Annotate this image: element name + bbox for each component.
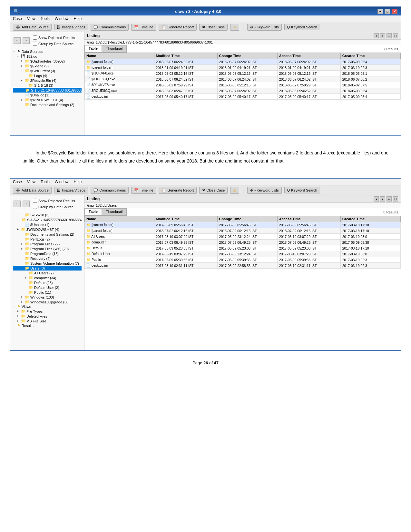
table-row[interactable]: 📄 $ROUE8GQ.exe 2018-05-03 05:47:05 IST 2…: [85, 88, 401, 94]
table-row[interactable]: 📁 Default User 2017-03-19 03:07:29 IST 2…: [85, 251, 401, 257]
close-case-btn-2[interactable]: ✖ Close Case: [199, 187, 228, 194]
tree-item[interactable]: 📄 $Unalloc (1): [13, 222, 82, 227]
maximize-btn-1[interactable]: □: [385, 9, 390, 14]
nav-down-btn-1[interactable]: ⌄: [387, 33, 392, 38]
close-case-btn-1[interactable]: ✖ Close Case: [199, 24, 228, 31]
tree-item[interactable]: − 🗄 Results: [13, 323, 82, 328]
tree-item[interactable]: 📁 All Users (2): [13, 271, 82, 275]
forward-btn-2[interactable]: →: [23, 201, 30, 207]
menu-tools-2[interactable]: Tools: [41, 180, 50, 184]
show-rejected-checkbox-1[interactable]: [33, 35, 37, 40]
group-by-source-checkbox-1[interactable]: [33, 42, 37, 46]
table-row[interactable]: 📄 desktop.ini 2017-05-09 05:40:17 IST 20…: [85, 94, 401, 100]
timeline-btn-2[interactable]: 📅 Timeline: [131, 187, 156, 194]
tree-item[interactable]: 📁 Documents and Settings (2): [13, 232, 82, 237]
tree-item[interactable]: + 📁 File Types: [13, 309, 82, 314]
tree-item[interactable]: 📁 S-1-5-21-1645777783-601896633-: [13, 217, 82, 222]
tree-item[interactable]: − 🗄 Views: [13, 304, 82, 309]
tree-item[interactable]: 📁 Default (28): [13, 280, 82, 285]
tree-extend-1[interactable]: + 📁 $Extend (9): [13, 64, 82, 68]
generate-report-btn-2[interactable]: 📋 Generate Report: [159, 187, 197, 194]
back-btn-1[interactable]: ←: [14, 37, 21, 44]
tree-item[interactable]: + 📁 Program Files (x86) (20): [13, 246, 82, 251]
communications-btn-2[interactable]: 💬 Communications: [91, 187, 129, 194]
menu-case-1[interactable]: Case: [13, 16, 22, 21]
menu-help-1[interactable]: Help: [74, 16, 82, 21]
menu-help-2[interactable]: Help: [74, 180, 82, 184]
menu-view-2[interactable]: View: [27, 180, 35, 184]
add-data-source-btn-2[interactable]: ➕ Add Data Source: [13, 187, 52, 194]
menu-window-2[interactable]: Window: [55, 180, 69, 184]
table-row[interactable]: 📄 $R1UKVF8.exe 2018-05-02 07:59:29 IST 2…: [85, 82, 401, 88]
close-case-warn-btn-1[interactable]: ⚠: [230, 24, 239, 31]
nav-down-btn-2[interactable]: ⌄: [387, 196, 392, 202]
tree-item[interactable]: + 📁 Windows (100): [13, 295, 82, 300]
table-row[interactable]: 📁 [current folder] 2018-05-07 06:24:02 I…: [85, 59, 401, 65]
tree-orphan-1[interactable]: + 📁 $OrphanFiles (36902): [13, 59, 82, 64]
table-row[interactable]: 📄 $IOUE8GQ.exe 2018-06-07 06:24:02 IST 2…: [85, 76, 401, 82]
nav-prev-btn-2[interactable]: ◂: [374, 196, 379, 202]
keyword-search-btn-1[interactable]: Q Keyword Search: [284, 24, 320, 30]
tab-table-1[interactable]: Table: [84, 45, 102, 52]
show-rejected-checkbox-2[interactable]: [33, 199, 37, 203]
table-row[interactable]: 📁 Public 2017-05-09 05:39:36 IST 2017-05…: [85, 257, 401, 263]
tree-docsettings-1[interactable]: 📁 Documents and Settings (2): [13, 102, 82, 107]
back-btn-2[interactable]: ←: [14, 201, 21, 207]
nav-window-btn-1[interactable]: ▢: [393, 33, 398, 38]
close-case-warn-btn-2[interactable]: ⚠: [230, 187, 239, 194]
table-row[interactable]: 📁 computer 2018-07-03 06:49:25 IST 2018-…: [85, 240, 401, 245]
tree-s15211-1[interactable]: 📁 S-1-5-21-164977783-601896633-: [13, 88, 82, 93]
keyword-lists-btn-2[interactable]: ⊙ • Keyword Lists: [247, 187, 281, 194]
add-data-source-btn-1[interactable]: ➕ Add Data Source: [13, 24, 52, 31]
tree-unalloc-1[interactable]: 📄 $Unalloc (1): [13, 93, 82, 97]
nav-prev-btn-1[interactable]: ◂: [374, 33, 379, 38]
tree-logs-1[interactable]: 📁 Logs (4): [13, 73, 82, 78]
tree-recycle-1[interactable]: − 📁 $Recycle.Bin (4): [13, 78, 82, 83]
tree-getcurrent-1[interactable]: − 📁 $GetCurrent (3): [13, 68, 82, 73]
keyword-search-btn-2[interactable]: Q Keyword Search: [284, 187, 320, 193]
menu-view-1[interactable]: View: [27, 16, 35, 21]
tree-item[interactable]: + 📁 computer (34): [13, 275, 82, 280]
tree-item[interactable]: 📁 Recovery (2): [13, 256, 82, 261]
tree-item[interactable]: + 📁 $WINDOWS.~BT (4): [13, 227, 82, 232]
tree-item[interactable]: + 📁 Windows10Upgrade (38): [13, 300, 82, 304]
table-row[interactable]: 📁 [parent folder] 2018-01-09 04:19:21 IS…: [85, 65, 401, 71]
tab-table-2[interactable]: Table: [84, 208, 102, 215]
tree-item[interactable]: 📁 Public (11): [13, 290, 82, 295]
table-row[interactable]: 📁 All Users 2017-03-19 03:07:29 IST 2017…: [85, 234, 401, 240]
table-row[interactable]: 📁 [parent folder] 2018-07-02 06:12:16 IS…: [85, 228, 401, 234]
tab-thumbnail-1[interactable]: Thumbnail: [102, 45, 127, 52]
tab-thumbnail-2[interactable]: Thumbnail: [102, 208, 127, 215]
menu-window-1[interactable]: Window: [55, 16, 69, 21]
close-btn-1[interactable]: ✕: [392, 9, 397, 14]
communications-btn-1[interactable]: 💬 Communications: [91, 24, 129, 31]
tree-item-182dd-1[interactable]: − 💾 182.dd: [13, 54, 82, 59]
nav-window-btn-2[interactable]: ▢: [393, 196, 398, 202]
generate-report-btn-1[interactable]: 📋 Generate Report: [159, 24, 197, 31]
tree-item[interactable]: + 📁 Program Files (22): [13, 241, 82, 246]
tree-s1518-1[interactable]: 📁 S-1-5-18 (3): [13, 83, 82, 88]
table-row[interactable]: 📁 [current folder] 2017-05-09 05:56:45 I…: [85, 222, 401, 228]
table-row[interactable]: 📄 $I1UKVF8.exe 2018-05-03 05:12:16 IST 2…: [85, 71, 401, 76]
menu-tools-1[interactable]: Tools: [41, 16, 50, 21]
tree-item[interactable]: + 📁 Deleted Files: [13, 314, 82, 319]
forward-btn-1[interactable]: →: [23, 37, 30, 44]
tree-item[interactable]: 📁 ProgramData (15): [13, 251, 82, 256]
group-by-source-checkbox-2[interactable]: [33, 205, 37, 209]
timeline-btn-1[interactable]: 📅 Timeline: [131, 24, 156, 31]
images-videos-btn-2[interactable]: 🖼 Images/Videos: [54, 187, 88, 193]
keyword-lists-btn-1[interactable]: ⊙ • Keyword Lists: [247, 24, 281, 31]
minimize-btn-1[interactable]: −: [377, 9, 383, 14]
tree-item-data-sources-1[interactable]: − 🗄 Data Sources: [13, 49, 82, 54]
table-row[interactable]: 📄 desktop.ini 2017-03-19 02:31:11 IST 20…: [85, 263, 401, 269]
table-row[interactable]: 📁 Default 2017-05-09 05:23:03 IST 2017-0…: [85, 245, 401, 251]
tree-item[interactable]: 📁 S-1-5-18 (3): [13, 212, 82, 217]
nav-next-btn-2[interactable]: ▸: [380, 196, 385, 202]
images-videos-btn-1[interactable]: 🖼 Images/Videos: [54, 24, 88, 30]
tree-windowsbt-1[interactable]: + 📁 $WINDOWS.~BT (4): [13, 97, 82, 102]
tree-item[interactable]: 📁 System Volume Information (7): [13, 261, 82, 266]
tree-item[interactable]: 📁 PerfLogs (2): [13, 237, 82, 241]
menu-case-2[interactable]: Case: [13, 180, 22, 184]
tree-item[interactable]: 📁 Default User (2): [13, 285, 82, 290]
tree-item[interactable]: + 📁 MB File Size: [13, 319, 82, 323]
